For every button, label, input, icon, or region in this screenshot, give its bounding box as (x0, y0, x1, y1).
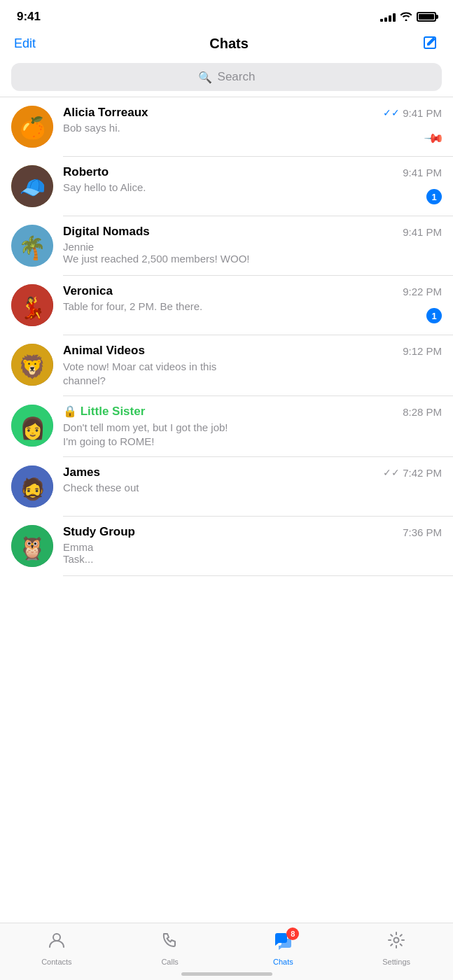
status-time: 9:41 (17, 10, 41, 24)
chat-content: 🔒 Little Sister 8:28 PM Don't tell mom y… (63, 405, 442, 448)
header: Edit Chats (0, 29, 453, 60)
divider (63, 575, 453, 576)
svg-text:🦁: 🦁 (18, 354, 46, 380)
chat-sender: Emma (63, 541, 442, 553)
tab-contacts-label: Contacts (41, 958, 71, 966)
search-bar[interactable]: 🔍 Search (11, 63, 442, 91)
chat-time: 9:22 PM (403, 286, 442, 298)
avatar: 💃 (11, 284, 53, 326)
chat-content: Veronica 9:22 PM Table for four, 2 PM. B… (63, 284, 442, 312)
chat-content: James ✓✓ 7:42 PM Check these out (63, 465, 442, 493)
contacts-icon (47, 930, 67, 955)
chat-time: 7:36 PM (403, 526, 442, 538)
unread-badge: 1 (426, 308, 442, 323)
tab-bar: Contacts Calls 8 Chats (0, 923, 453, 980)
chat-time: 9:41 PM (403, 167, 442, 178)
chat-name: Roberto (63, 165, 109, 179)
avatar: 🍊 (11, 106, 53, 148)
avatar: 🌴 (11, 225, 53, 267)
chat-name: Digital Nomads (63, 225, 150, 239)
chat-preview: Check these out (63, 482, 442, 493)
chat-time: 9:12 PM (403, 345, 442, 357)
home-indicator (181, 972, 272, 976)
chat-time: 9:41 PM (403, 226, 442, 238)
chat-preview: Vote now! Moar cat videos in thischannel… (63, 360, 442, 387)
svg-text:🌴: 🌴 (18, 234, 46, 261)
read-receipt-icon: ✓✓ (383, 467, 400, 478)
list-item[interactable]: 🧢 Roberto 9:41 PM Say hello to Alice. 1 (0, 157, 453, 216)
list-item[interactable]: 🦉 Study Group 7:36 PM Emma Task... (0, 517, 453, 575)
search-icon: 🔍 (198, 71, 212, 84)
unread-badge: 1 (426, 189, 442, 204)
list-item[interactable]: 👩 🔒 Little Sister 8:28 PM Don't tell mom… (0, 396, 453, 456)
search-placeholder: Search (218, 70, 256, 84)
settings-icon (386, 930, 406, 955)
chat-name: Study Group (63, 525, 135, 539)
chat-sender: Jennie (63, 241, 442, 253)
compose-button[interactable] (422, 35, 439, 52)
svg-text:👩: 👩 (20, 416, 46, 441)
chat-name: James (63, 465, 100, 479)
tab-calls-label: Calls (161, 958, 178, 966)
status-bar: 9:41 (0, 0, 453, 29)
avatar: 🦉 (11, 525, 53, 567)
chat-time: 8:28 PM (403, 406, 442, 418)
list-item[interactable]: 🧔 James ✓✓ 7:42 PM Check these out (0, 457, 453, 516)
chat-time: ✓✓ 9:41 PM (383, 107, 442, 119)
tab-chats-label: Chats (273, 958, 293, 966)
svg-point-17 (53, 934, 60, 941)
chat-preview: Table for four, 2 PM. Be there. (63, 300, 442, 312)
lock-icon: 🔒 (63, 405, 77, 417)
chat-preview: Task... (63, 553, 442, 565)
chat-content: Digital Nomads 9:41 PM Jennie We just re… (63, 225, 442, 265)
chat-preview: We just reached 2,500 members! WOO! (63, 253, 442, 265)
chat-name: Veronica (63, 284, 113, 298)
chat-name: Animal Videos (63, 344, 145, 358)
chat-name: 🔒 Little Sister (63, 405, 145, 419)
chats-badge: 8 (286, 927, 299, 940)
svg-text:💃: 💃 (20, 295, 46, 321)
chats-icon-wrapper: 8 (272, 930, 293, 955)
list-item[interactable]: 🦁 Animal Videos 9:12 PM Vote now! Moar c… (0, 335, 453, 396)
tab-chats[interactable]: 8 Chats (227, 930, 340, 966)
chat-preview: Say hello to Alice. (63, 181, 442, 193)
avatar: 👩 (11, 405, 53, 447)
list-item[interactable]: 🍊 Alicia Torreaux ✓✓ 9:41 PM Bob says hi… (0, 97, 453, 156)
status-icons (380, 11, 436, 23)
chat-content: Alicia Torreaux ✓✓ 9:41 PM Bob says hi. (63, 106, 442, 134)
signal-icon (380, 12, 396, 22)
edit-button[interactable]: Edit (14, 36, 36, 51)
svg-point-18 (394, 938, 399, 943)
tab-calls[interactable]: Calls (113, 930, 227, 966)
read-receipt-icon: ✓✓ (383, 107, 400, 118)
chat-content: Study Group 7:36 PM Emma Task... (63, 525, 442, 565)
svg-text:🧢: 🧢 (20, 175, 46, 200)
chat-time: ✓✓ 7:42 PM (383, 467, 442, 479)
avatar: 🦁 (11, 344, 53, 386)
tab-contacts[interactable]: Contacts (0, 930, 113, 966)
chat-preview: Don't tell mom yet, but I got the job!I'… (63, 421, 442, 448)
chat-preview: Bob says hi. (63, 122, 442, 134)
svg-text:🍊: 🍊 (20, 115, 46, 141)
tab-settings-label: Settings (382, 958, 410, 966)
tab-settings[interactable]: Settings (340, 930, 453, 966)
wifi-icon (400, 11, 412, 23)
chat-content: Roberto 9:41 PM Say hello to Alice. (63, 165, 442, 193)
calls-icon (160, 930, 180, 955)
avatar: 🧢 (11, 165, 53, 207)
compose-icon (422, 35, 439, 52)
list-item[interactable]: 🌴 Digital Nomads 9:41 PM Jennie We just … (0, 216, 453, 275)
list-item[interactable]: 💃 Veronica 9:22 PM Table for four, 2 PM.… (0, 276, 453, 335)
avatar: 🧔 (11, 465, 53, 507)
page-title: Chats (209, 36, 249, 52)
chat-name: Alicia Torreaux (63, 106, 148, 120)
chat-list: 🍊 Alicia Torreaux ✓✓ 9:41 PM Bob says hi… (0, 97, 453, 576)
battery-icon (417, 12, 436, 22)
chat-content: Animal Videos 9:12 PM Vote now! Moar cat… (63, 344, 442, 387)
svg-text:🧔: 🧔 (20, 477, 46, 502)
svg-text:🦉: 🦉 (18, 535, 46, 561)
